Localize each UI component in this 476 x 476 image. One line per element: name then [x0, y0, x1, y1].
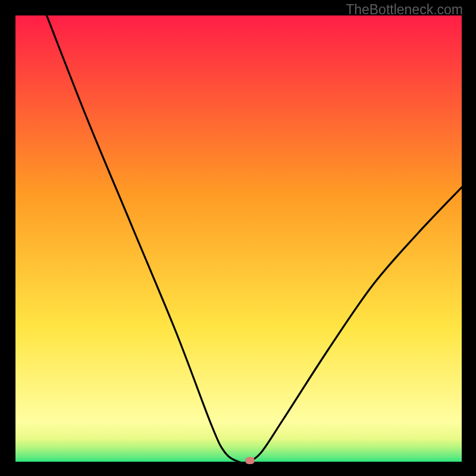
chart-root: TheBottleneck.com [0, 0, 476, 476]
min-point-marker [245, 457, 255, 464]
bottleneck-curve-path [47, 15, 462, 462]
plot-area [15, 15, 462, 462]
curve-svg [15, 15, 462, 462]
